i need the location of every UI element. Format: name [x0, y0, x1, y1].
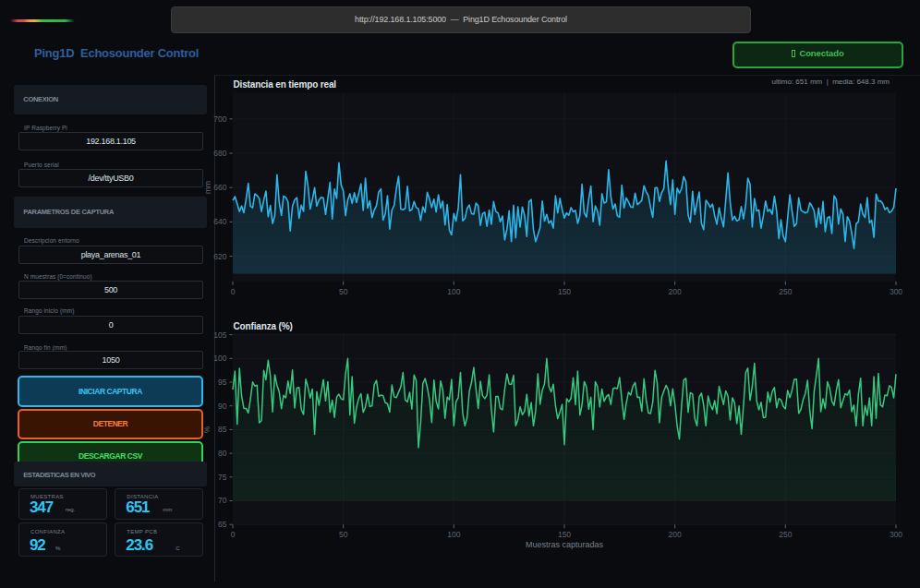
svg-text:mm: mm: [203, 181, 212, 194]
svg-text:100: 100: [447, 530, 460, 539]
svg-text:85: 85: [218, 425, 227, 434]
svg-text:0: 0: [231, 530, 236, 539]
svg-text:65: 65: [218, 520, 227, 529]
svg-text:200: 200: [669, 287, 682, 296]
svg-text:100: 100: [213, 354, 226, 363]
svg-text:640: 640: [213, 217, 226, 226]
svg-text:300: 300: [890, 287, 902, 296]
svg-text:Confianza (%): Confianza (%): [234, 321, 293, 331]
svg-text:680: 680: [213, 149, 226, 158]
svg-text:%: %: [202, 426, 212, 433]
svg-text:105: 105: [213, 330, 226, 340]
svg-text:80: 80: [218, 449, 227, 458]
svg-text:90: 90: [218, 402, 227, 411]
svg-text:150: 150: [558, 530, 571, 539]
svg-text:250: 250: [779, 287, 792, 296]
svg-text:70: 70: [218, 496, 227, 505]
svg-text:620: 620: [213, 252, 226, 261]
svg-text:700: 700: [213, 114, 226, 124]
svg-text:100: 100: [447, 287, 460, 296]
svg-text:ultimo: 651 mm | media: 648.: ultimo: 651 mm | media: 648.3 mm: [772, 78, 890, 86]
svg-text:150: 150: [558, 287, 571, 296]
svg-text:200: 200: [669, 530, 682, 539]
svg-text:0: 0: [231, 287, 236, 296]
svg-text:50: 50: [339, 287, 348, 296]
svg-text:Distancia en tiempo real: Distancia en tiempo real: [234, 79, 337, 90]
svg-text:95: 95: [218, 378, 227, 387]
svg-text:300: 300: [890, 530, 902, 539]
svg-text:50: 50: [339, 530, 348, 539]
svg-text:75: 75: [218, 473, 227, 482]
svg-text:660: 660: [213, 183, 226, 192]
svg-text:Muestras capturadas: Muestras capturadas: [526, 540, 604, 549]
svg-text:250: 250: [779, 530, 792, 539]
